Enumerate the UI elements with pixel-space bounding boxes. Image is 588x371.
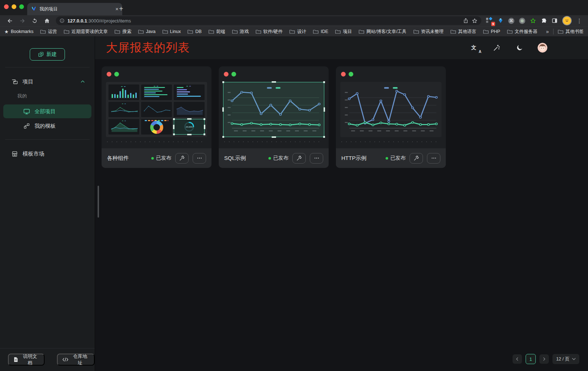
url-text: 127.0.0.1:3000/#/project/items: [67, 18, 131, 24]
card-thumbnail[interactable]: [340, 82, 441, 137]
user-avatar[interactable]: [538, 43, 547, 53]
card-title: HTTP示例: [341, 155, 366, 162]
bookmark-star-icon[interactable]: [472, 18, 478, 24]
share-icon[interactable]: [463, 18, 469, 24]
command-extension-icon[interactable]: ⌘: [508, 18, 514, 24]
close-window-button[interactable]: [4, 4, 9, 9]
browser-tab[interactable]: 我的项目 ✕: [27, 3, 122, 15]
magic-wand-icon[interactable]: [492, 43, 501, 53]
sidebar-toggle-icon[interactable]: [552, 18, 558, 24]
bookmark-folder[interactable]: 文件服务器: [507, 29, 538, 35]
new-tab-button[interactable]: +: [119, 4, 123, 14]
red-dot: [341, 72, 346, 77]
edit-button[interactable]: [410, 153, 423, 164]
bookmark-folder[interactable]: 近期需要读的文章: [64, 29, 108, 35]
selection-overlay: [174, 119, 205, 135]
back-button[interactable]: [4, 16, 16, 25]
bookmark-folder[interactable]: 软件/硬件: [256, 29, 283, 35]
bookmark-folder[interactable]: Java: [138, 29, 155, 34]
bookmarks-overflow-chevron[interactable]: »: [546, 29, 549, 34]
bookmark-folder[interactable]: 游戏: [232, 29, 249, 35]
mini-line-chart: [108, 102, 139, 118]
card-thumbnail[interactable]: [223, 82, 324, 137]
site-info-icon[interactable]: [59, 18, 65, 23]
sidebar: 新建 项目 我的 全部项目: [0, 36, 95, 371]
other-bookmarks[interactable]: 其他书签: [558, 29, 584, 35]
project-card[interactable]: HTTP示例 已发布: [336, 66, 446, 168]
card-traffic-dots: [340, 71, 441, 78]
folder-icon: [163, 29, 168, 34]
code-icon: [62, 357, 69, 362]
edit-button[interactable]: [292, 153, 306, 164]
new-project-button[interactable]: 新建: [30, 48, 65, 61]
scrollbar-thumb[interactable]: [98, 186, 99, 218]
pagination: 1 12 / 页: [513, 354, 579, 364]
page-size-select[interactable]: 12 / 页: [552, 354, 579, 364]
bookmark-folder[interactable]: 搜索: [115, 29, 131, 35]
sidebar-item-all-projects[interactable]: 全部项目: [3, 104, 91, 118]
status-badge: 已发布: [268, 155, 288, 161]
mini-line-chart: [141, 102, 172, 118]
menu-icon[interactable]: ⋮: [576, 17, 582, 24]
bookmark-folder[interactable]: 网站/博客/文章/工具: [359, 29, 406, 35]
browser-tabstrip: 我的项目 ✕ +: [0, 0, 588, 15]
docs-button[interactable]: 说明文档: [8, 354, 45, 366]
home-button[interactable]: [41, 16, 53, 25]
sidebar-group-project[interactable]: 项目: [0, 74, 95, 89]
dotted-separator: [224, 141, 323, 142]
address-bar[interactable]: 127.0.0.1:3000/#/project/items: [56, 16, 481, 25]
bookmark-folder[interactable]: 其他语言: [451, 29, 476, 35]
current-page-button[interactable]: 1: [526, 354, 536, 364]
more-button[interactable]: [193, 153, 206, 164]
bookmark-folder[interactable]: IDE: [313, 29, 328, 34]
more-button[interactable]: [427, 153, 440, 164]
tab-close-icon[interactable]: ✕: [115, 7, 119, 12]
sidebar-item-my-templates[interactable]: 我的模板: [3, 119, 91, 133]
next-page-button[interactable]: [539, 354, 549, 364]
card-thumbnail[interactable]: 25.00%: [106, 82, 207, 137]
edit-button[interactable]: [175, 153, 189, 164]
project-card[interactable]: SQL示例 已发布: [219, 66, 329, 168]
folder-icon: [335, 29, 341, 34]
bookmark-folder[interactable]: 项目: [335, 29, 352, 35]
extension-badge: 9: [491, 22, 495, 26]
sidebar-footer: 说明文档 仓库地址: [0, 348, 95, 371]
mini-donut-chart: [141, 119, 172, 135]
folder-icon: [64, 29, 69, 34]
dark-mode-moon-icon[interactable]: [515, 43, 524, 53]
document-icon: [13, 357, 18, 362]
prev-page-button[interactable]: [513, 354, 522, 364]
window-controls: [4, 4, 24, 9]
reload-button[interactable]: [28, 16, 41, 25]
minimize-window-button[interactable]: [12, 4, 16, 9]
tab-manager-extension-icon[interactable]: 9: [486, 17, 493, 24]
repo-button[interactable]: 仓库地址: [57, 354, 95, 366]
gem-extension-icon[interactable]: [498, 18, 503, 24]
forward-button[interactable]: [16, 16, 28, 25]
dotted-separator: [107, 141, 206, 142]
more-button[interactable]: [310, 153, 323, 164]
bookmark-folder[interactable]: DB: [188, 29, 201, 34]
project-card[interactable]: 25.00% 各种组件 已发布: [102, 66, 211, 168]
bookmark-folder[interactable]: 资讯未整理: [414, 29, 444, 35]
sidebar-item-template-market[interactable]: 模板市场: [0, 146, 95, 161]
bookmark-folder[interactable]: 设计: [289, 29, 306, 35]
recorder-extension-icon[interactable]: [519, 18, 525, 24]
maximize-window-button[interactable]: [19, 4, 24, 9]
language-switch-icon[interactable]: 文A: [469, 43, 478, 53]
red-dot: [107, 72, 111, 77]
extensions-puzzle-icon[interactable]: [541, 18, 547, 24]
bookmark-folder[interactable]: 前端: [209, 29, 225, 35]
bookmark-item[interactable]: ★ Bookmarks: [4, 29, 33, 34]
mini-hbar-chart: [174, 84, 205, 100]
bookmark-folder-list: 运营近期需要读的文章搜索JavaLinuxDB前端游戏软件/硬件设计IDE项目网…: [40, 29, 537, 35]
chevron-up-icon[interactable]: [80, 79, 85, 84]
bookmark-folder[interactable]: 运营: [40, 29, 57, 35]
star-extension-icon[interactable]: [530, 18, 536, 24]
folder-icon: [138, 29, 144, 34]
bookmark-folder[interactable]: PHP: [483, 29, 500, 34]
bookmark-folder[interactable]: Linux: [163, 29, 181, 34]
folder-icon: [507, 29, 513, 34]
folder-icon: [359, 29, 364, 34]
profile-avatar-emoji[interactable]: [562, 16, 572, 25]
